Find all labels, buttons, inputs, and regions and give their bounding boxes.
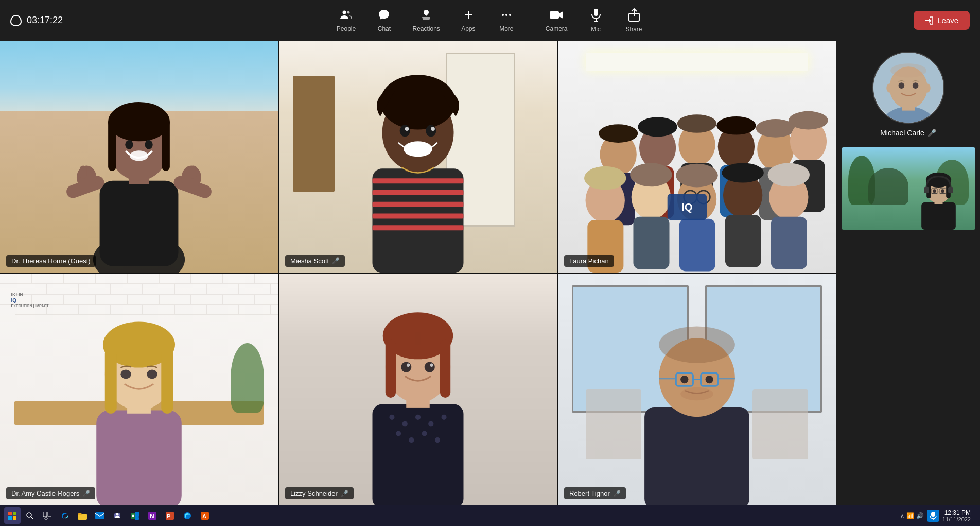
svg-rect-129 (921, 202, 956, 230)
onenote-button[interactable]: N (144, 507, 161, 524)
svg-point-105 (425, 362, 435, 372)
wifi-icon: 📶 (906, 512, 914, 519)
svg-point-47 (677, 115, 716, 133)
mic-button[interactable]: Mic (578, 4, 614, 37)
svg-point-16 (77, 166, 96, 190)
name-tag-amy: Dr. Amy Castle-Rogers 🎤 (6, 487, 95, 499)
video-tile-lizzy: Lizzy Schneider 🎤 (279, 274, 557, 506)
apps-icon (462, 9, 475, 23)
taskbar-clock[interactable]: 12:31 PM 11/11/2022 (942, 509, 971, 522)
main-area: Dr. Theresa Horne (Guest) (0, 41, 980, 505)
mic-label: Mic (591, 26, 601, 33)
camera-button[interactable]: Camera (537, 5, 576, 37)
svg-rect-32 (373, 213, 464, 218)
taskbar-date: 11/11/2022 (942, 516, 971, 522)
svg-point-63 (630, 163, 672, 187)
svg-rect-85 (161, 348, 173, 413)
orange-app-button[interactable]: A (197, 507, 213, 524)
svg-rect-157 (135, 517, 139, 520)
svg-point-91 (415, 415, 421, 420)
amy-name: Dr. Amy Castle-Rogers (11, 489, 79, 497)
mic-muted-icon-lizzy: 🎤 (341, 490, 348, 497)
timer-section: 03:17:22 (0, 15, 250, 26)
svg-rect-108 (644, 407, 749, 505)
video-tile-miesha: Miesha Scott 🎤 (279, 41, 557, 273)
apps-button[interactable]: Apps (450, 5, 486, 37)
svg-rect-101 (386, 340, 396, 398)
svg-point-49 (716, 116, 756, 135)
svg-rect-17 (80, 166, 86, 179)
michael-carle-container: Michael Carle 🎤 (872, 52, 944, 137)
apps-label: Apps (461, 25, 475, 32)
svg-rect-80 (96, 410, 182, 505)
svg-rect-145 (13, 516, 16, 520)
reactions-label: Reactions (412, 25, 440, 32)
more-icon (500, 9, 513, 23)
svg-point-45 (638, 117, 677, 137)
share-label: Share (626, 26, 642, 33)
video-tile-laura: IQ Laura Pichan (558, 41, 836, 273)
svg-point-124 (890, 63, 926, 77)
name-tag-laura: Laura Pichan (564, 255, 614, 267)
powerpoint-button[interactable]: P (162, 507, 178, 524)
svg-rect-136 (948, 187, 953, 193)
svg-point-41 (431, 127, 435, 131)
active-mic-indicator[interactable] (927, 510, 939, 522)
svg-point-22 (108, 102, 170, 141)
svg-point-68 (676, 164, 718, 188)
svg-point-96 (422, 431, 427, 436)
svg-point-87 (147, 369, 157, 379)
svg-rect-31 (373, 202, 464, 207)
more-label: More (499, 25, 513, 32)
speaker-icon: 🔊 (916, 512, 924, 519)
svg-rect-156 (135, 512, 139, 517)
theresa-name: Dr. Theresa Horne (Guest) (11, 257, 91, 265)
svg-point-93 (442, 415, 447, 420)
svg-rect-77 (771, 217, 807, 269)
svg-text:A: A (202, 513, 206, 519)
video-tile-theresa: Dr. Theresa Horne (Guest) (0, 41, 278, 273)
svg-point-37 (404, 141, 432, 157)
more-button[interactable]: More (488, 5, 524, 37)
svg-point-36 (380, 75, 456, 129)
svg-point-104 (401, 362, 411, 372)
leave-button[interactable]: Leave (914, 11, 970, 30)
mic-muted-icon-amy: 🎤 (82, 490, 90, 497)
taskbar-right: ∧ 📶 🔊 12:31 PM 11/11/2022 (900, 508, 976, 523)
svg-point-106 (407, 364, 410, 367)
chat-button[interactable]: Chat (366, 5, 402, 37)
svg-point-97 (435, 438, 440, 443)
svg-rect-144 (8, 516, 12, 520)
outlook-button[interactable] (127, 507, 143, 524)
camera-icon (549, 9, 564, 23)
windows-start-button[interactable] (4, 507, 21, 524)
svg-point-92 (428, 421, 433, 427)
leave-label: Leave (937, 16, 958, 25)
file-explorer-button[interactable] (74, 507, 91, 524)
svg-rect-8 (594, 9, 598, 16)
search-button[interactable] (22, 507, 38, 524)
mic-muted-icon-robert: 🎤 (613, 490, 621, 497)
svg-rect-84 (105, 348, 117, 413)
svg-point-6 (509, 14, 511, 16)
mail-button[interactable] (92, 507, 108, 524)
svg-point-89 (389, 415, 394, 420)
svg-point-126 (912, 82, 918, 89)
reactions-button[interactable]: Reactions (404, 5, 448, 37)
task-view-button[interactable] (39, 507, 56, 524)
svg-point-26 (145, 140, 152, 149)
svg-point-5 (505, 14, 507, 16)
show-desktop-button[interactable] (974, 508, 976, 523)
people-button[interactable]: People (328, 5, 364, 37)
share-button[interactable]: Share (616, 4, 652, 37)
svg-point-159 (132, 515, 134, 517)
edge-button-2[interactable] (179, 507, 196, 524)
edge-button[interactable] (57, 507, 73, 524)
svg-point-141 (941, 189, 944, 193)
sidebar: Michael Carle 🎤 (836, 41, 980, 505)
mic-muted-icon-miesha: 🎤 (332, 257, 340, 264)
svg-rect-148 (43, 512, 47, 517)
name-tag-theresa: Dr. Theresa Horne (Guest) (6, 255, 96, 267)
teams-button[interactable] (109, 507, 126, 524)
svg-rect-74 (633, 217, 669, 269)
